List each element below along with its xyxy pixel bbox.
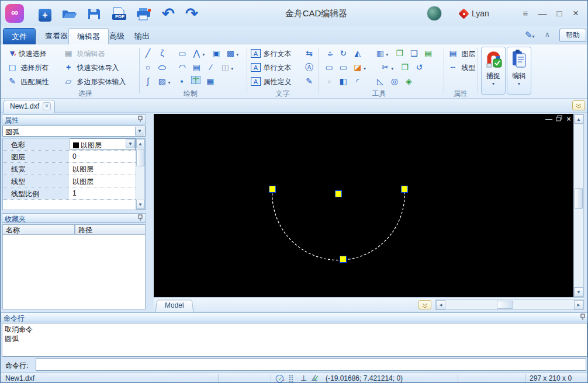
canvas-hscrollbar[interactable]: ◄ ► <box>435 300 584 310</box>
trim-icon[interactable]: ✂ <box>379 62 391 72</box>
circle-icon[interactable]: ○ <box>142 62 154 72</box>
collapse-ribbon-icon[interactable]: ∧ <box>545 30 550 39</box>
dimension-text-icon[interactable]: ⇆ <box>303 48 315 58</box>
scroll-down-icon[interactable]: ▼ <box>136 200 144 209</box>
polyline-dropdown-icon[interactable]: ▾ <box>202 52 207 57</box>
erase-icon[interactable]: ◪ <box>352 62 364 72</box>
fillet-icon[interactable]: ◜ <box>352 76 364 86</box>
match-circles-icon[interactable]: ◎ <box>389 76 400 86</box>
polygon-entity-input-button[interactable]: ▱ 多边形实体输入 <box>63 76 126 87</box>
rotate-icon[interactable]: ↻ <box>337 48 349 58</box>
boundary-dropdown-icon[interactable]: ▾ <box>236 52 241 57</box>
command-panel-header[interactable]: 命令行 <box>1 312 588 322</box>
spline-icon[interactable]: ʃ <box>142 76 154 86</box>
property-row-ltscale[interactable]: 线型比例 1 <box>3 187 145 200</box>
offset-icon[interactable]: ▥ <box>374 48 386 58</box>
quick-select-button[interactable]: ▼ϟ 快速选择 <box>6 48 47 59</box>
image-icon[interactable] <box>190 76 202 86</box>
align-icon[interactable]: ▤ <box>423 48 434 58</box>
region-icon[interactable]: ◫ <box>219 62 231 72</box>
osnap-status-icon[interactable]: ∠✓ <box>311 374 320 382</box>
user-avatar[interactable] <box>427 6 442 21</box>
linetype-button[interactable]: ┄ 线型 <box>447 62 475 73</box>
spell-check-icon[interactable]: Ⓐ <box>303 62 315 72</box>
edit-dropdown-icon[interactable]: ▾ <box>507 81 531 86</box>
favorites-pin-icon[interactable] <box>137 214 143 223</box>
hatch-icon[interactable]: ▨ <box>156 76 168 86</box>
scale-icon[interactable]: ▫ <box>323 76 335 86</box>
entity-selector-dropdown-icon[interactable]: ▼ <box>135 127 144 135</box>
point-icon[interactable]: ▪ <box>176 76 188 86</box>
layout-expand-button[interactable] <box>418 300 431 309</box>
new-file-button[interactable]: + <box>37 6 53 22</box>
canvas-restore-icon[interactable] <box>555 115 564 123</box>
ortho-status-icon[interactable]: ⊥ <box>300 374 307 382</box>
vscroll-down-icon[interactable]: ▼ <box>574 287 583 297</box>
redo-button[interactable]: ↷ <box>184 6 199 22</box>
scroll-up-icon[interactable]: ▲ <box>136 139 144 148</box>
properties-panel-header[interactable]: 属性 <box>2 114 146 124</box>
print-button[interactable] <box>136 8 152 23</box>
panel-expand-button[interactable] <box>572 100 585 110</box>
copy-icon[interactable]: ❐ <box>394 48 406 58</box>
property-grid-scrollbar[interactable]: ▲ ▼ <box>136 138 145 210</box>
open-file-button[interactable] <box>61 8 78 22</box>
command-history[interactable]: 取消命令 圆弧 <box>2 323 587 357</box>
line-icon[interactable]: ╱ <box>142 48 154 58</box>
block-reference-icon[interactable]: ▤ <box>191 62 202 72</box>
hscroll-right-icon[interactable]: ► <box>574 300 583 309</box>
help-button[interactable]: 帮助 <box>559 29 586 42</box>
property-value-color[interactable]: 以图层▼ <box>70 138 136 150</box>
grip-end[interactable] <box>402 186 408 193</box>
paste-icon[interactable]: ↺ <box>413 62 425 72</box>
export-pdf-button[interactable]: PDF <box>111 7 126 23</box>
ellipse-icon[interactable] <box>156 62 168 72</box>
explode-icon[interactable]: ◈ <box>403 76 414 86</box>
hscroll-left-icon[interactable]: ◄ <box>436 300 445 309</box>
grid-status-icon[interactable]: ⣿ <box>288 374 294 382</box>
canvas-minimize-icon[interactable]: — <box>544 115 554 123</box>
grip-center[interactable] <box>335 191 342 197</box>
boundary-icon[interactable]: ▩ <box>224 48 236 58</box>
property-row-lineweight[interactable]: 线宽 以图层 <box>3 163 145 175</box>
command-input[interactable] <box>36 358 586 371</box>
trim-dropdown-icon[interactable]: ▾ <box>391 66 396 71</box>
move-icon[interactable]: ↔↕ <box>323 48 335 58</box>
model-tab[interactable]: Model <box>155 300 193 312</box>
color-dropdown-icon[interactable]: ▼ <box>126 140 135 148</box>
edit-button[interactable]: 编辑 ▾ <box>507 47 531 95</box>
freehand-icon[interactable]: ζ <box>156 48 168 58</box>
erase-dropdown-icon[interactable]: ▾ <box>364 66 369 71</box>
minimize-button[interactable]: — <box>535 8 549 19</box>
command-pin-icon[interactable] <box>580 314 586 322</box>
canvas-vscrollbar[interactable]: ▲ ▼ <box>573 114 584 297</box>
property-row-linetype[interactable]: 线型 以图层 <box>3 175 145 187</box>
quick-entity-import-button[interactable]: + 快速实体导入 <box>63 62 119 73</box>
insert-block-icon[interactable]: ▣ <box>210 48 222 58</box>
favorites-col-path[interactable]: 路径 <box>75 224 146 235</box>
rectangle-icon[interactable]: ▭ <box>177 48 188 58</box>
stretch-icon[interactable]: ◧ <box>337 76 349 86</box>
polyline-icon[interactable]: ⋀ <box>191 48 202 58</box>
hscroll-thumb[interactable] <box>497 301 513 309</box>
drawing-canvas[interactable]: — × <box>154 114 573 297</box>
document-tab-close-icon[interactable]: × <box>43 102 51 110</box>
favorites-col-name[interactable]: 名称 <box>2 224 75 235</box>
properties-pin-icon[interactable] <box>137 116 143 124</box>
region-dropdown-icon[interactable]: ▾ <box>231 66 236 71</box>
annotate-icon[interactable]: ✎▾ <box>525 30 538 40</box>
offset-dropdown-icon[interactable]: ▾ <box>386 52 391 57</box>
snap-dropdown-icon[interactable]: ▾ <box>482 81 505 86</box>
hatch-dropdown-icon[interactable]: ▾ <box>168 80 173 85</box>
path-array-icon[interactable]: ▭ <box>337 62 349 72</box>
match-properties-button[interactable]: ✎ 匹配属性 <box>6 76 49 87</box>
rect-array-icon[interactable]: ▭ <box>323 62 335 72</box>
copy-basepoint-icon[interactable]: ❑ <box>408 48 420 58</box>
property-row-layer[interactable]: 图层 0 <box>3 151 145 163</box>
mtext-button[interactable]: A 多行文本 <box>251 48 291 59</box>
chamfer-icon[interactable]: ◺ <box>374 76 386 86</box>
copy-entities-icon[interactable]: ❐ <box>399 62 411 72</box>
tab-file[interactable]: 文件 <box>3 28 36 44</box>
document-tab[interactable]: New1.dxf× <box>4 100 55 113</box>
save-button[interactable] <box>87 8 101 23</box>
